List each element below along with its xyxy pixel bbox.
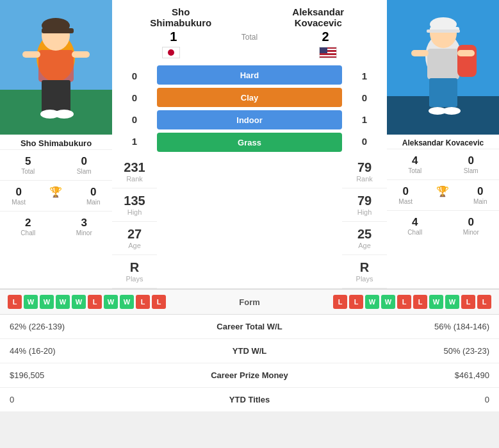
svg-rect-22	[457, 50, 475, 56]
right-total-stat: 4 Total	[387, 149, 443, 179]
left-mast-stat: 0 Mast	[0, 181, 37, 211]
right-age-label: Age	[342, 242, 387, 249]
left-age-val: 27	[112, 227, 157, 242]
stat-center-0: Career Total W/L	[199, 322, 301, 331]
right-chall-stat: 4 Chall	[387, 211, 443, 241]
left-form-badge-4: W	[72, 295, 86, 309]
svg-rect-23	[429, 78, 457, 107]
left-numeric-col: 231 Rank 135 High 27 Age R Plays	[112, 155, 157, 288]
right-player-name: Aleksandar Kovacevic	[387, 135, 499, 149]
stat-center-1: YTD W/L	[199, 346, 301, 356]
numeric-stats-area: 231 Rank 135 High 27 Age R Plays	[112, 155, 387, 288]
bottom-section: LWWWWLWWLL Form LLWWLLWWLL 62% (226-139)…	[0, 288, 499, 412]
left-main-stat: 0 Main	[75, 181, 112, 211]
left-high-val: 135	[112, 194, 157, 208]
main-container: Sho Shimabukuro 5 Total 0 Slam 0	[0, 0, 499, 412]
grass-button[interactable]: Grass	[157, 133, 342, 152]
svg-rect-3	[38, 50, 74, 82]
hard-button[interactable]: Hard	[157, 65, 342, 85]
left-total-stat: 5 Total	[0, 150, 56, 180]
player-comparison-section: Sho Shimabukuro 5 Total 0 Slam 0	[0, 0, 499, 288]
svg-point-25	[443, 107, 461, 115]
clay-button[interactable]: Clay	[157, 88, 342, 107]
right-rank-val: 79	[342, 160, 387, 175]
center-content: Sho Shimabukuro Aleksandar Kovacevic 1 T…	[112, 0, 387, 288]
stat-row-0: 62% (226-139)Career Total W/L56% (184-14…	[0, 315, 499, 339]
right-flag-container	[269, 47, 388, 58]
score-row: 1 Total 2	[112, 28, 387, 46]
left-age-label: Age	[112, 242, 157, 249]
stat-row-2: $196,505Career Prize Money$461,490	[0, 363, 499, 388]
right-player-section: Aleksandar Kovacevic 4 Total 0 Slam 0	[387, 0, 499, 288]
right-form-badges: LLWWLLWWLL	[275, 295, 492, 309]
stat-left-3: 0	[10, 395, 199, 404]
left-form-badge-1: W	[24, 295, 38, 309]
right-player-bottom-stats: 4 Total 0 Slam 0 Mast 🏆	[387, 149, 499, 241]
left-slam-stat: 0 Slam	[56, 150, 113, 180]
clay-right-score: 0	[362, 88, 367, 108]
left-form-badge-3: W	[56, 295, 70, 309]
left-form-badge-8: L	[136, 295, 150, 309]
left-form-badge-7: W	[120, 295, 134, 309]
right-plays-val: R	[342, 260, 387, 275]
right-minor-stat: 0 Minor	[443, 211, 500, 241]
left-rank-label: Rank	[112, 175, 157, 183]
svg-rect-16	[457, 45, 477, 77]
right-form-badge-8: L	[461, 295, 475, 309]
right-form-badge-0: L	[333, 295, 347, 309]
indoor-button[interactable]: Indoor	[157, 110, 342, 129]
names-row: Sho Shimabukuro Aleksandar Kovacevic	[112, 0, 387, 28]
left-chall-stat: 2 Chall	[0, 212, 56, 242]
stat-row-3: 0YTD Titles0	[0, 388, 499, 412]
total-label: Total	[235, 33, 264, 42]
left-minor-stat: 3 Minor	[56, 212, 113, 242]
right-slam-stat: 0 Slam	[443, 149, 500, 179]
left-form-badge-6: W	[104, 295, 118, 309]
stat-right-2: $461,490	[301, 370, 490, 380]
right-total-score: 2	[264, 29, 387, 44]
right-form-badge-9: L	[477, 295, 491, 309]
right-main-stat: 0 Main	[462, 180, 499, 210]
grass-right-score: 0	[362, 131, 367, 151]
surface-section: 0 0 0 1 Hard Clay Indoor Grass 1 0 1 0	[112, 62, 387, 155]
surface-left-scores: 0 0 0 1	[112, 62, 157, 155]
left-player-photo	[0, 0, 112, 135]
left-form-badge-9: L	[152, 295, 166, 309]
right-age-val: 25	[342, 227, 387, 242]
indoor-right-score: 1	[362, 110, 367, 129]
right-plays-label: Plays	[342, 275, 387, 283]
right-form-badge-3: W	[381, 295, 395, 309]
right-rank-label: Rank	[342, 175, 387, 183]
form-line: LWWWWLWWLL Form LLWWLLWWLL	[0, 290, 499, 315]
left-form-badge-2: W	[40, 295, 54, 309]
left-player-section: Sho Shimabukuro 5 Total 0 Slam 0	[0, 0, 112, 288]
right-form-badge-6: W	[429, 295, 443, 309]
surface-right-scores: 1 0 1 0	[342, 62, 387, 155]
hard-right-score: 1	[362, 67, 367, 86]
center-right-name: Aleksandar Kovacevic	[250, 6, 388, 28]
left-rank-val: 231	[112, 160, 157, 175]
stat-left-0: 62% (226-139)	[10, 322, 199, 331]
stat-right-3: 0	[301, 395, 490, 404]
svg-rect-15	[427, 49, 459, 79]
stat-left-1: 44% (16-20)	[10, 346, 199, 356]
svg-point-11	[54, 110, 74, 119]
left-trophy-icon: 🏆	[37, 181, 74, 211]
right-mast-stat: 0 Mast	[387, 180, 424, 210]
grass-left-score: 1	[132, 131, 137, 151]
svg-rect-7	[22, 51, 40, 58]
japan-flag	[162, 47, 180, 58]
usa-stripe-3	[320, 55, 336, 56]
left-form-badges: LWWWWLWWLL	[8, 295, 224, 309]
left-plays-val: R	[112, 260, 157, 275]
clay-left-score: 0	[132, 88, 137, 108]
usa-flag	[319, 47, 337, 58]
stat-center-3: YTD Titles	[199, 395, 301, 404]
indoor-left-score: 0	[132, 110, 137, 129]
form-label: Form	[224, 297, 275, 307]
stat-row-1: 44% (16-20)YTD W/L50% (23-23)	[0, 339, 499, 363]
right-player-photo	[387, 0, 499, 135]
svg-rect-20	[427, 29, 460, 33]
stat-left-2: $196,505	[10, 370, 199, 380]
hard-left-score: 0	[132, 67, 137, 86]
